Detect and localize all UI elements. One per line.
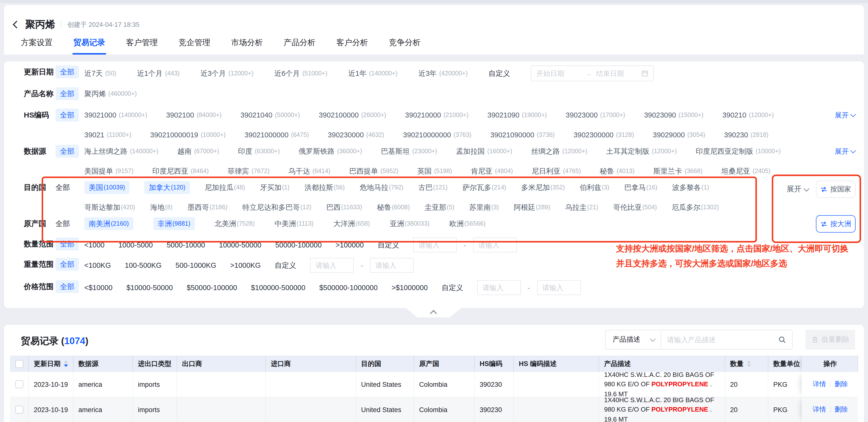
filter-option[interactable]: 加拿大(120) — [144, 181, 190, 194]
filter-option[interactable]: 近1年(140000+) — [348, 67, 398, 80]
filter-option[interactable]: 非洲(9881) — [153, 217, 195, 230]
detail-link[interactable]: 详情 — [813, 380, 826, 389]
filter-option[interactable]: 俄罗斯铁路(36000+) — [299, 145, 362, 158]
tab-customer-management[interactable]: 客户管理 — [125, 38, 159, 55]
filter-option[interactable]: 秘鲁(4013) — [600, 165, 634, 177]
filter-option[interactable]: 乌拉圭(21) — [565, 201, 598, 214]
filter-option[interactable]: 5000-10000 — [167, 238, 205, 251]
filter-option[interactable]: 1000-5000 — [118, 238, 153, 251]
filter-option[interactable]: 巴拿马(16) — [624, 181, 657, 194]
filter-option[interactable]: 390210000019(10000+) — [150, 128, 226, 141]
tab-competition-analysis[interactable]: 竞争分析 — [388, 38, 422, 55]
filter-option[interactable]: 巴西(11633) — [327, 201, 362, 214]
tab-market-analysis[interactable]: 市场分析 — [230, 38, 264, 55]
expand-link-destination[interactable]: 展开 — [787, 185, 808, 194]
filter-option[interactable]: 坦桑尼亚(2405) — [721, 165, 771, 177]
filter-option[interactable]: 39021000(140000+) — [84, 108, 147, 122]
by-continent-button[interactable]: 按大洲 — [816, 215, 856, 233]
filter-option-all[interactable]: 全部 — [56, 258, 79, 271]
filter-option[interactable]: 390210000000(3763) — [403, 128, 471, 141]
filter-option[interactable]: 洪都拉斯(56) — [305, 181, 345, 194]
detail-link[interactable]: 详情 — [813, 405, 826, 414]
filter-option[interactable]: 印度尼西亚定制版(10000+) — [695, 145, 781, 158]
tab-plan-settings[interactable]: 方案设置 — [20, 38, 54, 55]
filter-option[interactable]: 萨尔瓦多(214) — [463, 181, 506, 194]
filter-option[interactable]: 39021090000(3736) — [490, 128, 555, 141]
filter-option[interactable]: 近7天(50) — [84, 67, 116, 80]
delete-link[interactable]: 删除 — [835, 405, 848, 414]
filter-option[interactable]: 秘鲁(6008) — [377, 201, 410, 214]
filter-option[interactable]: 越南(67000+) — [177, 145, 219, 158]
filter-option[interactable]: 390230(2818) — [724, 128, 769, 141]
filter-option[interactable]: 哥斯达黎加(420) — [84, 201, 135, 214]
filter-option[interactable]: $50000-100000 — [187, 281, 237, 294]
filter-option[interactable]: <100KG — [84, 259, 111, 272]
search-field-select[interactable]: 产品描述 — [606, 330, 661, 349]
filter-option[interactable]: 墨西哥(2186) — [187, 201, 227, 214]
filter-option[interactable]: 美国提单(9157) — [84, 165, 133, 177]
filter-option[interactable]: 南美洲(2160) — [84, 217, 133, 230]
filter-option[interactable]: 亚洲(380033) — [390, 217, 430, 230]
filter-option[interactable]: $10000-50000 — [126, 281, 173, 294]
delete-link[interactable]: 删除 — [835, 380, 848, 389]
table-row[interactable]: 2023-10-19 america imports United States… — [10, 372, 858, 397]
filter-option[interactable]: 巴西提单(5952) — [349, 165, 398, 177]
quantity-max-input[interactable] — [473, 237, 517, 252]
filter-option-all[interactable]: 全部 — [56, 237, 79, 251]
tab-customer-analysis[interactable]: 客户分析 — [335, 38, 369, 55]
filter-option[interactable]: 390210000(21000+) — [405, 108, 468, 122]
filter-option[interactable]: 巴基斯坦(23000+) — [381, 145, 437, 158]
weight-min-input[interactable] — [310, 258, 354, 273]
filter-option[interactable]: 39021040(50000+) — [240, 108, 300, 122]
row-checkbox[interactable] — [15, 380, 23, 388]
filter-option[interactable]: 波多黎各(1) — [672, 181, 709, 194]
filter-option[interactable]: >100000 — [336, 238, 364, 251]
filter-option[interactable]: 3902300000(3128) — [574, 128, 634, 141]
tab-competitor-management[interactable]: 竞企管理 — [178, 38, 211, 55]
sort-icons[interactable] — [747, 360, 751, 367]
filter-option[interactable]: 肯尼亚(4804) — [471, 165, 513, 177]
tab-product-analysis[interactable]: 产品分析 — [283, 38, 316, 55]
end-date-input[interactable] — [596, 69, 642, 77]
sort-icons[interactable] — [64, 360, 68, 367]
search-input[interactable] — [661, 336, 778, 344]
filter-option[interactable]: 聚丙烯(460000+) — [84, 87, 137, 100]
filter-option[interactable]: 39021000000(6475) — [245, 128, 309, 141]
filter-option[interactable]: 牙买加(1) — [260, 181, 290, 194]
filter-option[interactable]: 39021090(19000+) — [487, 108, 547, 122]
filter-option[interactable]: $500000-1000000 — [319, 281, 377, 294]
filter-option[interactable]: 哥伦比亚(504) — [613, 201, 657, 214]
filter-option[interactable]: 印度(63000+) — [238, 145, 280, 158]
search-icon[interactable] — [778, 336, 786, 344]
filter-option[interactable]: 39021(11000+) — [84, 128, 131, 141]
filter-option[interactable]: 乌干达(6414) — [288, 165, 330, 177]
column-header-quantity[interactable]: 数量 — [725, 356, 768, 372]
filter-option[interactable]: $100000-500000 — [251, 281, 305, 294]
filter-option-all[interactable]: 全部 — [56, 145, 79, 158]
price-min-input[interactable] — [477, 280, 521, 295]
filter-option[interactable]: 自定义 — [275, 259, 296, 272]
filter-option[interactable]: 圭亚那(5) — [425, 201, 454, 214]
filter-option[interactable]: 中美洲(1113) — [275, 217, 314, 230]
filter-option[interactable]: 阿根廷(289) — [514, 201, 550, 214]
tab-trade-records[interactable]: 贸易记录 — [72, 38, 106, 55]
date-range-input[interactable]: → — [531, 65, 654, 81]
select-all-checkbox[interactable] — [15, 360, 23, 368]
table-row[interactable]: 2023-10-19 america imports United States… — [10, 397, 858, 422]
filter-option[interactable]: 3902100(84000+) — [166, 108, 222, 122]
filter-option[interactable]: 尼日利亚(4765) — [532, 165, 581, 177]
filter-option[interactable]: 尼加拉瓜(48) — [205, 181, 245, 194]
filter-option[interactable]: 自定义 — [489, 67, 510, 80]
filter-option[interactable]: 美国(10039) — [84, 181, 129, 194]
filter-option[interactable]: 印度尼西亚(8464) — [152, 165, 209, 177]
filter-option[interactable]: 近3个月(12000+) — [200, 67, 253, 80]
filter-option-all[interactable]: 全部 — [56, 87, 79, 100]
filter-option[interactable]: 390230000(4632) — [328, 128, 384, 141]
filter-option[interactable]: 苏里南(3) — [469, 201, 499, 214]
filter-option[interactable]: 近1个月(443) — [137, 67, 180, 80]
by-country-button[interactable]: 按国家 — [816, 181, 856, 198]
filter-option[interactable]: 自定义 — [442, 281, 463, 294]
filter-option[interactable]: 39029000(3054) — [653, 128, 705, 141]
filter-option[interactable]: 伯利兹(3) — [580, 181, 610, 194]
filter-option[interactable]: 近3年(420000+) — [418, 67, 468, 80]
